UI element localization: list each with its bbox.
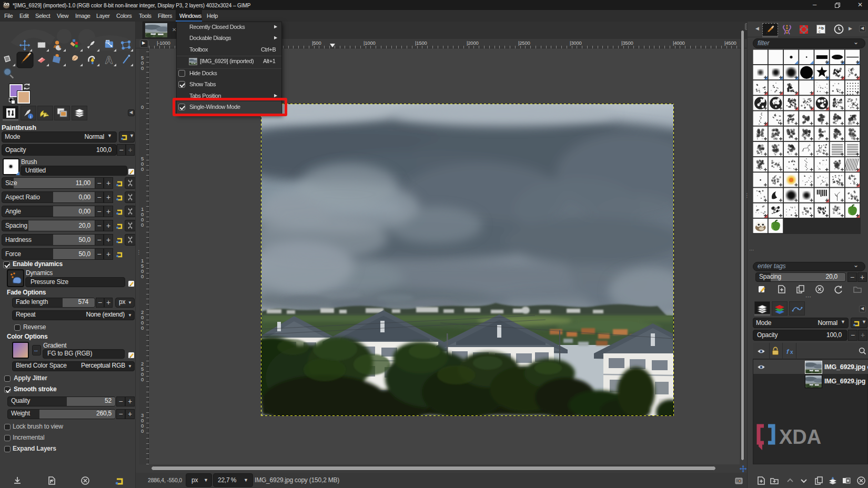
svg-text:c: c: [819, 29, 821, 33]
svg-text:A: A: [105, 54, 113, 66]
svg-text:XDA: XDA: [779, 426, 821, 448]
svg-text:i: i: [30, 114, 31, 119]
svg-text:b: b: [821, 26, 824, 30]
